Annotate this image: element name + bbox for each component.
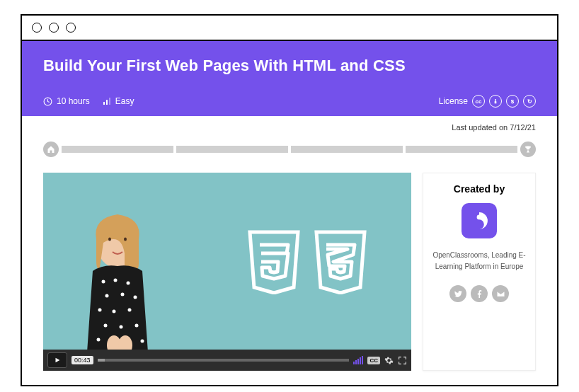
clock-icon: [43, 97, 52, 106]
difficulty-label: Easy: [115, 96, 134, 106]
settings-icon[interactable]: [384, 356, 394, 365]
signal-icon: [103, 97, 111, 105]
svg-point-14: [98, 309, 102, 312]
openclassrooms-icon: [467, 209, 491, 233]
svg-point-18: [120, 325, 123, 329]
seek-progress: [98, 359, 105, 362]
duration: 10 hours: [43, 96, 90, 106]
window-close-dot[interactable]: [32, 23, 42, 33]
creator-logo[interactable]: [462, 203, 497, 238]
svg-point-6: [108, 238, 111, 241]
progress-trophy-button[interactable]: [520, 142, 536, 157]
license-label: License: [439, 96, 468, 106]
trophy-icon: [524, 145, 532, 154]
captions-button[interactable]: CC: [367, 357, 380, 364]
svg-point-9: [114, 279, 117, 282]
css3-shield-icon: [312, 229, 369, 294]
svg-point-23: [141, 340, 144, 343]
fullscreen-icon[interactable]: [398, 356, 407, 365]
social-row: [430, 285, 528, 302]
html5-shield-icon: [246, 229, 302, 294]
facebook-button[interactable]: [471, 285, 488, 302]
hero-meta-row: 10 hours Easy License cc $ ↻: [43, 95, 536, 108]
video-thumbnail: [43, 173, 411, 350]
svg-point-10: [127, 282, 130, 285]
difficulty: Easy: [103, 96, 134, 106]
svg-point-12: [121, 293, 125, 296]
svg-point-16: [128, 309, 132, 312]
video-right-controls: CC: [353, 356, 407, 365]
content-area: Last updated on 7/12/21: [22, 116, 557, 385]
twitter-button[interactable]: [449, 285, 466, 302]
svg-point-4: [495, 99, 496, 100]
svg-point-13: [134, 296, 137, 299]
play-icon: [54, 357, 61, 364]
svg-point-8: [102, 280, 105, 284]
email-button[interactable]: [492, 285, 509, 302]
progress-segment[interactable]: [291, 146, 403, 153]
duration-label: 10 hours: [57, 96, 90, 106]
svg-point-15: [113, 310, 116, 313]
cc-sa-icon: ↻: [523, 95, 536, 108]
video-timecode: 00:43: [71, 356, 93, 364]
cc-by-icon: [489, 95, 502, 108]
mail-icon: [496, 289, 505, 299]
svg-point-11: [105, 294, 109, 298]
video-controls: 00:43 CC: [43, 350, 411, 371]
creator-description: OpenClassrooms, Leading E-Learning Platf…: [430, 250, 528, 272]
home-icon: [47, 145, 55, 154]
creator-card: Created by OpenClassrooms, Leading E-Lea…: [423, 173, 536, 371]
course-title: Build Your First Web Pages With HTML and…: [43, 57, 536, 75]
browser-titlebar: [22, 16, 557, 41]
progress-track: [43, 142, 536, 157]
hero-meta-left: 10 hours Easy: [43, 96, 134, 106]
svg-point-17: [104, 324, 108, 328]
progress-segment[interactable]: [176, 146, 288, 153]
svg-point-19: [135, 324, 139, 328]
facebook-icon: [475, 289, 484, 299]
license-group: License cc $ ↻: [439, 95, 536, 108]
seek-bar[interactable]: [98, 359, 350, 362]
progress-segment[interactable]: [62, 146, 173, 153]
play-button[interactable]: [47, 352, 67, 368]
window-minimize-dot[interactable]: [49, 23, 59, 33]
progress-home-button[interactable]: [43, 142, 59, 157]
progress-segment[interactable]: [406, 146, 517, 153]
svg-rect-2: [106, 100, 108, 105]
window-maximize-dot[interactable]: [66, 23, 76, 33]
instructor-image: [71, 204, 164, 350]
main-columns: 00:43 CC: [43, 173, 536, 371]
video-player[interactable]: 00:43 CC: [43, 173, 411, 371]
volume-icon[interactable]: [353, 356, 363, 364]
twitter-icon: [454, 289, 463, 299]
cc-icon: cc: [472, 95, 485, 108]
svg-rect-3: [109, 98, 110, 105]
last-updated: Last updated on 7/12/21: [43, 123, 536, 132]
tech-logos: [246, 229, 369, 294]
svg-point-20: [97, 338, 101, 342]
svg-rect-1: [103, 102, 105, 105]
creator-heading: Created by: [430, 183, 528, 195]
hero-banner: Build Your First Web Pages With HTML and…: [22, 41, 557, 116]
browser-frame: Build Your First Web Pages With HTML and…: [21, 14, 558, 386]
svg-point-7: [124, 238, 127, 241]
cc-nc-icon: $: [506, 95, 519, 108]
